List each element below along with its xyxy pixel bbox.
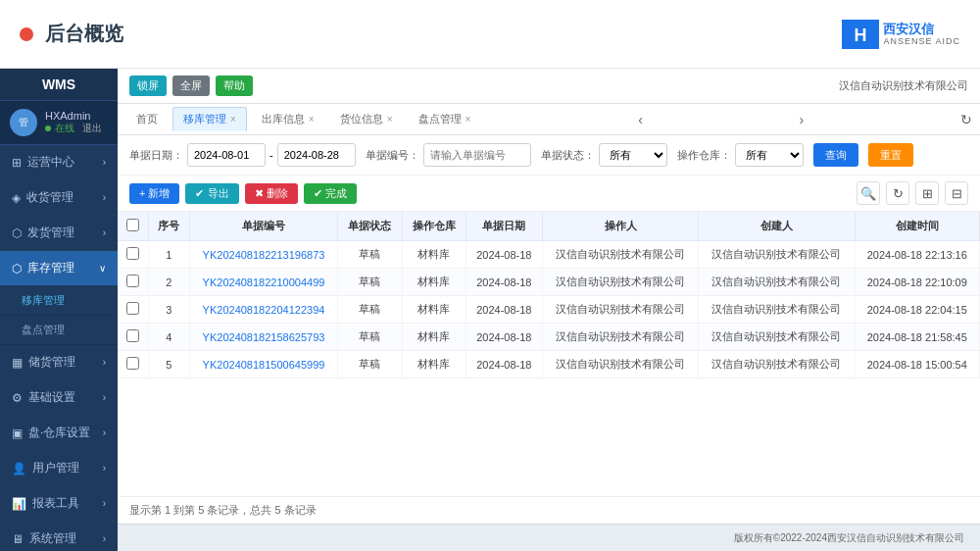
sidebar-user: 管 HXAdmin 在线 退出 <box>0 101 118 145</box>
tab-close-icon[interactable]: × <box>387 114 393 125</box>
brand-icon: H <box>842 20 879 49</box>
search-toggle-button[interactable]: 🔍 <box>857 181 880 205</box>
col-creator: 创建人 <box>699 212 855 241</box>
cell-orderno: YK202408182204122394 <box>189 296 338 324</box>
cell-creator: 汉信自动识别技术有限公司 <box>699 241 855 269</box>
tabs-nav-right-button[interactable]: › <box>800 112 805 127</box>
delete-button[interactable]: ✖ 删除 <box>245 183 298 204</box>
date-filter-label: 单据日期： <box>129 148 183 163</box>
cell-seq: 4 <box>149 324 190 351</box>
expand-button[interactable]: ⊟ <box>945 181 968 205</box>
sidebar-item-basic[interactable]: ⚙ 基础设置 › <box>0 380 118 416</box>
copyright-text: 版权所有©2022-2024西安汉信自动识别技术有限公司 <box>734 531 964 545</box>
sidebar-item-system[interactable]: 🖥 系统管理 › <box>0 522 118 551</box>
cell-seq: 1 <box>149 241 190 269</box>
sidebar-item-warehouse[interactable]: ▣ 盘·仓库设置 › <box>0 416 118 451</box>
filter-bar: 单据日期： - 单据编号： 单据状态： 所有 草稿 完成 操作仓库： <box>118 135 980 175</box>
sidebar-item-reports[interactable]: 📊 报表工具 › <box>0 486 118 522</box>
select-all-checkbox[interactable] <box>126 219 139 231</box>
cell-warehouse: 材料库 <box>402 296 466 324</box>
sidebar-sub-item-inventory[interactable]: 盘点管理 <box>0 316 118 345</box>
cell-seq: 2 <box>149 269 190 296</box>
operation-select[interactable]: 所有 <box>735 143 804 167</box>
cell-operator: 汉信自动识别技术有限公司 <box>543 296 699 324</box>
row-checkbox[interactable] <box>126 275 139 287</box>
row-checkbox[interactable] <box>126 357 139 370</box>
tab-location[interactable]: 货位信息 × <box>329 107 404 131</box>
fullscreen-button[interactable]: 全屏 <box>172 75 210 96</box>
tab-close-icon[interactable]: × <box>309 114 315 125</box>
sidebar-item-storage[interactable]: ▦ 储货管理 › <box>0 345 118 380</box>
reset-button[interactable]: 重置 <box>868 143 913 167</box>
system-icon: 🖥 <box>12 532 24 546</box>
table-row: 5 YK202408181500645999 草稿 材料库 2024-08-18… <box>118 351 980 378</box>
data-table: 序号 单据编号 单据状态 操作仓库 单据日期 操作人 创建人 创建时间 1 YK… <box>118 212 980 378</box>
tab-outbound[interactable]: 出库信息 × <box>251 107 325 131</box>
date-from-input[interactable] <box>187 143 266 167</box>
sidebar-item-ops[interactable]: ⊞ 运营中心 › <box>0 145 118 180</box>
help-button[interactable]: 帮助 <box>216 75 253 96</box>
date-to-input[interactable] <box>277 143 356 167</box>
status-select[interactable]: 所有 草稿 完成 <box>599 143 667 167</box>
cell-warehouse: 材料库 <box>402 351 466 378</box>
tab-stocktake[interactable]: 盘点管理 × <box>408 107 482 131</box>
action-bar-left: + 新增 ✔ 导出 ✖ 删除 ✔ 完成 <box>129 183 357 204</box>
sidebar-item-shipping[interactable]: ⬡ 发货管理 › <box>0 216 118 251</box>
cell-create-time: 2024-08-18 15:00:54 <box>855 351 979 378</box>
cell-checkbox <box>118 241 149 269</box>
pagination-text: 显示第 1 到第 5 条记录，总共 5 条记录 <box>129 504 317 516</box>
sidebar-item-receiving[interactable]: ◈ 收货管理 › <box>0 180 118 216</box>
tabs-nav-left-button[interactable]: ‹ <box>638 112 643 127</box>
sidebar-item-users[interactable]: 👤 用户管理 › <box>0 451 118 486</box>
sidebar-sub-item-move[interactable]: 移库管理 <box>0 286 118 316</box>
storage-icon: ▦ <box>12 356 23 370</box>
content-area: 锁屏 全屏 帮助 汉信自动识别技术有限公司 首页 移库管理 × 出库信息 × 货… <box>118 69 980 551</box>
verify-button[interactable]: ✔ 完成 <box>304 183 357 204</box>
order-no-link[interactable]: YK202408182204122394 <box>203 304 325 316</box>
orderno-input[interactable] <box>423 143 531 167</box>
lock-screen-button[interactable]: 锁屏 <box>129 75 167 96</box>
reports-icon: 📊 <box>12 497 26 511</box>
cell-operator: 汉信自动识别技术有限公司 <box>543 324 699 351</box>
order-no-link[interactable]: YK202408182158625793 <box>203 331 325 343</box>
order-no-link[interactable]: YK202408182210004499 <box>203 276 325 288</box>
column-toggle-button[interactable]: ⊞ <box>915 181 939 205</box>
cell-seq: 3 <box>149 296 190 324</box>
toolbar-left: 锁屏 全屏 帮助 <box>129 75 253 96</box>
cell-create-time: 2024-08-18 22:04:15 <box>855 296 979 324</box>
add-button[interactable]: + 新增 <box>129 183 179 204</box>
tab-home[interactable]: 首页 <box>125 107 169 131</box>
cell-orderno: YK202408182210004499 <box>189 269 338 296</box>
row-checkbox[interactable] <box>126 329 139 342</box>
cell-create-time: 2024-08-18 21:58:45 <box>855 324 979 351</box>
cell-checkbox <box>118 269 149 296</box>
tab-move[interactable]: 移库管理 × <box>172 107 247 131</box>
export-button[interactable]: ✔ 导出 <box>185 183 238 204</box>
action-bar: + 新增 ✔ 导出 ✖ 删除 ✔ 完成 🔍 ↻ ⊞ ⊟ <box>118 175 980 212</box>
row-checkbox[interactable] <box>126 247 139 260</box>
col-date: 单据日期 <box>466 212 542 241</box>
header-right: H 西安汉信 ANSENSE AIDC <box>842 20 960 49</box>
col-seq: 序号 <box>149 212 190 241</box>
top-header: 后台概览 H 西安汉信 ANSENSE AIDC <box>0 0 980 69</box>
tab-close-icon[interactable]: × <box>230 114 236 125</box>
search-button[interactable]: 查询 <box>813 143 858 167</box>
logout-btn[interactable]: 退出 <box>82 122 102 135</box>
table-row: 1 YK202408182213196873 草稿 材料库 2024-08-18… <box>118 241 980 269</box>
filter-date-group: 单据日期： - <box>129 143 356 167</box>
refresh-button[interactable]: ↻ <box>886 181 909 205</box>
sidebar-item-inventory[interactable]: ⬡ 库存管理 ∨ <box>0 251 118 286</box>
avatar: 管 <box>10 109 37 136</box>
order-no-link[interactable]: YK202408182213196873 <box>203 249 325 261</box>
cell-creator: 汉信自动识别技术有限公司 <box>699 296 855 324</box>
col-orderno: 单据编号 <box>189 212 338 241</box>
cell-operator: 汉信自动识别技术有限公司 <box>543 269 699 296</box>
filter-operation-group: 操作仓库： 所有 <box>677 143 804 167</box>
row-checkbox[interactable] <box>126 302 139 315</box>
cell-warehouse: 材料库 <box>402 241 466 269</box>
tab-close-icon[interactable]: × <box>466 114 471 125</box>
order-no-link[interactable]: YK202408181500645999 <box>203 359 325 371</box>
cell-operator: 汉信自动识别技术有限公司 <box>543 241 699 269</box>
tabs-refresh-button[interactable]: ↻ <box>960 112 972 127</box>
brand-sub-text: ANSENSE AIDC <box>883 36 960 46</box>
